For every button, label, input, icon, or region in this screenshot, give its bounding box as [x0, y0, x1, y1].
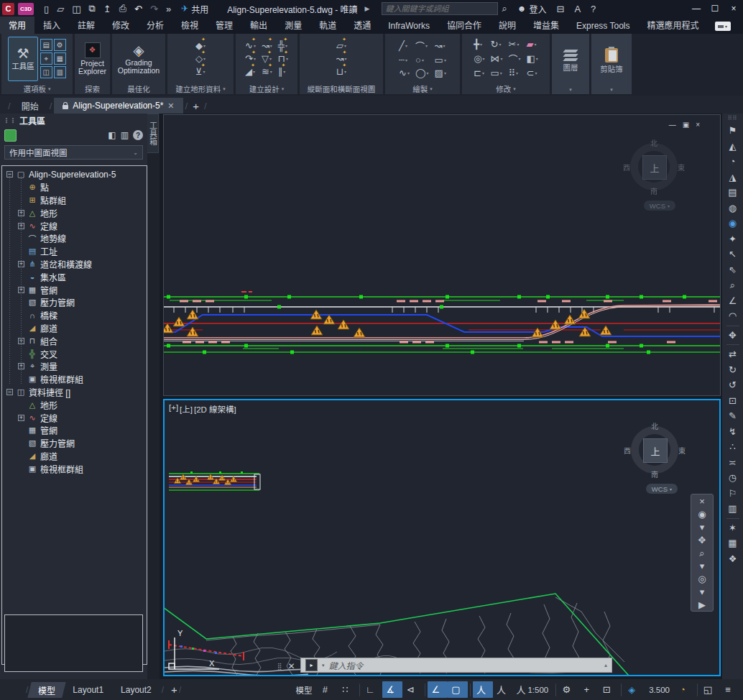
ribbon-tab[interactable]: 常用 [0, 17, 34, 34]
quick-access-button[interactable]: ◫ [69, 1, 85, 16]
help-icon[interactable]: ? [133, 130, 143, 140]
tree-item[interactable]: △ 地形 [2, 398, 147, 411]
titlebar-icon-button[interactable]: A [570, 4, 586, 14]
close-command-line-icon[interactable]: ✕ [288, 661, 295, 671]
quick-access-button[interactable]: ⎙ [116, 1, 131, 16]
toolbar-grip-icon[interactable]: ⠿⠿ [728, 116, 738, 121]
panel-expand-caret[interactable]: ▾ [591, 86, 632, 94]
tree-item[interactable]: + ⊓ 組合 [2, 334, 147, 347]
ribbon-tab[interactable]: Express Tools [568, 19, 638, 34]
quick-access-button[interactable]: ↶ [131, 1, 147, 16]
file-tab-active-document[interactable]: Align-Superelevation-5* ✕ [54, 98, 183, 114]
recent-commands-caret-icon[interactable]: ▾ [322, 663, 325, 668]
sign-in-button[interactable]: ☻ 登入 [513, 3, 551, 15]
steering-wheel-icon[interactable]: ◉ [698, 509, 706, 520]
active-drawing-icon[interactable] [4, 129, 17, 142]
ribbon-tab[interactable]: 透通 [345, 17, 379, 34]
file-tab-start[interactable]: 開始 [13, 98, 47, 114]
viewport-top[interactable]: —▣× 上 北南 西東 WCS▾ [163, 114, 721, 396]
ribbon-tab[interactable]: 修改 [103, 17, 138, 34]
tree-item[interactable]: − ▢ Align-Superelevation-5 [2, 168, 147, 181]
navbar-caret-icon[interactable]: ▾ [700, 522, 705, 533]
command-input[interactable]: 鍵入指令 [329, 659, 600, 671]
wcs-selector[interactable]: WCS▾ [646, 484, 678, 494]
ribbon-tab[interactable]: 註解 [69, 17, 103, 34]
navbar-caret-icon[interactable]: ▾ [700, 586, 705, 597]
tree-item[interactable]: ◢ 廊道 [2, 450, 147, 463]
tree-item[interactable]: ◒ 集水區 [2, 270, 147, 283]
view-selector-dropdown[interactable]: 作用中圖面視圖 ⌄ [4, 145, 143, 160]
panel-dock-icon[interactable]: ◧ [108, 130, 116, 140]
search-icon[interactable]: ⌕ [498, 3, 512, 14]
ribbon-tab[interactable]: 輸出 [241, 17, 276, 34]
tree-item[interactable]: ⊕ 點 [2, 181, 147, 194]
titlebar-icon-button[interactable]: ⊟ [552, 4, 570, 14]
viewport-control[interactable]: [2D 線架構] [194, 403, 236, 415]
panel-expand-caret[interactable]: ▾ [552, 86, 589, 94]
tree-item[interactable]: ⌒ 地勢線 [2, 232, 147, 245]
ribbon-tab[interactable]: 管理 [207, 17, 241, 34]
ribbon-display-toggle[interactable]: ▾ [715, 22, 731, 31]
tree-item[interactable]: ▤ 工址 [2, 245, 147, 258]
command-line[interactable]: ▸ ▾ 鍵入指令 ▴ [300, 658, 612, 673]
quick-access-button[interactable]: ↥ [101, 1, 116, 16]
ribbon-tab[interactable]: 協同合作 [438, 17, 490, 34]
grip-dots-icon[interactable]: ⣿ [277, 663, 283, 670]
new-layout-button[interactable]: + [171, 683, 177, 696]
tree-item[interactable]: ▣ 檢視框群組 [2, 462, 147, 475]
layout-tab[interactable]: Layout2 [112, 682, 160, 698]
quick-access-button[interactable]: ⧉ [86, 1, 99, 16]
tree-item[interactable]: + ⋔ 道岔和橫渡線 [2, 258, 147, 271]
navbar-close-icon[interactable]: × [699, 496, 705, 507]
viewport-control[interactable]: [+] [169, 403, 178, 415]
panel-clipboard[interactable]: 剪貼簿 ▾ [591, 34, 632, 94]
panel-layers[interactable]: 圖層 ▾ [552, 34, 589, 94]
app-logo[interactable]: C [2, 3, 14, 15]
tree-item[interactable]: ◢ 廊道 [2, 322, 147, 335]
toolspace-titlebar[interactable]: ⋮⋮ 工具區 [0, 114, 147, 126]
navbar-caret-icon[interactable]: ▾ [700, 561, 705, 571]
ribbon-tab[interactable]: 增益集 [525, 17, 568, 34]
ribbon-tab[interactable]: 精選應用程式 [639, 17, 708, 34]
title-flyout-icon[interactable]: ▶ [365, 5, 370, 12]
tree-item[interactable]: ▦ 管網 [2, 424, 147, 437]
new-drawing-tab-button[interactable]: + [193, 100, 199, 112]
ribbon-tab[interactable]: InfraWorks [379, 19, 438, 34]
tree-item[interactable]: ╬ 交叉 [2, 347, 147, 360]
view-cube[interactable]: 上 北南 西東 [628, 423, 681, 476]
ribbon-tab[interactable]: 測量 [276, 17, 310, 34]
zoom-tool-icon[interactable]: ⌕ [699, 548, 704, 558]
tree-item[interactable]: + △ 地形 [2, 206, 147, 219]
tree-item[interactable]: ⊞ 點群組 [2, 194, 147, 207]
ribbon-tab[interactable]: 分析 [138, 17, 172, 34]
tree-item[interactable]: + ⌖ 測量 [2, 360, 147, 373]
tree-item[interactable]: + ∿ 定線 [2, 219, 147, 232]
tree-item[interactable]: ∩ 橋樑 [2, 309, 147, 322]
layout-tab[interactable]: 模型 [28, 682, 67, 698]
command-prompt-icon[interactable]: ▸ [305, 659, 318, 671]
panel-grip-icon[interactable]: ⋮⋮ [3, 116, 16, 124]
close-tab-icon[interactable]: ✕ [167, 101, 174, 111]
quick-access-button[interactable]: ↷ [147, 1, 162, 16]
tree-item[interactable]: ▧ 壓力管網 [2, 296, 147, 309]
toolspace-side-tab[interactable]: 工具箱 [147, 114, 159, 153]
viewport-bottom-active[interactable]: [+][上][2D 線架構] 上 北南 西東 WCS▾ [163, 399, 721, 676]
toolspace-button[interactable]: ⚒ 工具區 [8, 37, 38, 81]
orbit-tool-icon[interactable]: ◎ [698, 574, 706, 584]
tree-item[interactable]: ▧ 壓力管網 [2, 437, 147, 450]
ribbon-tab[interactable]: 插入 [34, 17, 69, 34]
titlebar-icon-button[interactable]: ? [586, 4, 601, 14]
share-button[interactable]: ✈ 共用 [181, 3, 208, 15]
showmotion-icon[interactable]: ▶ [698, 599, 706, 610]
panel-auto-hide-icon[interactable]: ▥ [121, 130, 129, 140]
search-input[interactable] [382, 2, 498, 15]
project-explorer-button[interactable]: ❖ Project Explorer [75, 37, 109, 81]
tree-item[interactable]: + ▦ 管網 [2, 283, 147, 296]
quick-access-button[interactable]: » [163, 1, 175, 16]
grading-optimization-button[interactable]: ◈ Grading Optimization [115, 37, 162, 81]
ribbon-tab[interactable]: 說明 [490, 17, 525, 34]
tree-item[interactable]: ▣ 檢視框群組 [2, 373, 147, 386]
quick-access-button[interactable]: ▱ [54, 1, 68, 16]
pan-hand-icon[interactable]: ✥ [698, 535, 706, 545]
tree-item[interactable]: + ∿ 定線 [2, 411, 147, 424]
